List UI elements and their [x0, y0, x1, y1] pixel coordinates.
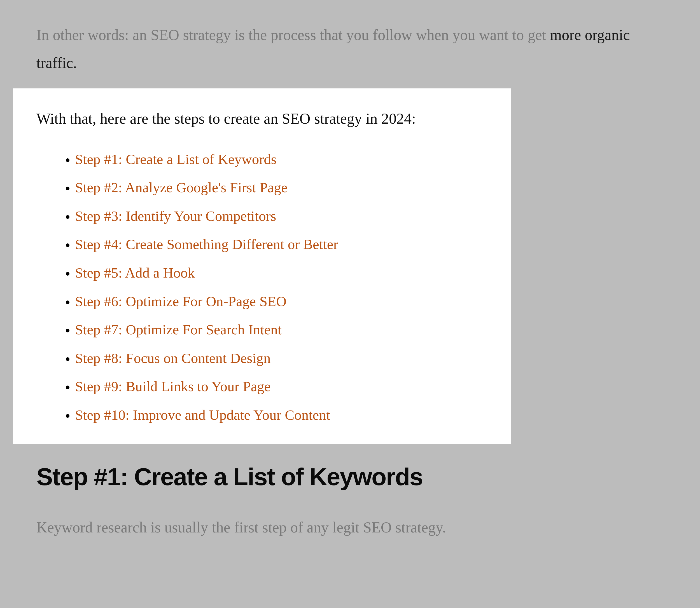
toc-item: Step #8: Focus on Content Design: [75, 351, 489, 366]
section-heading: Step #1: Create a List of Keywords: [36, 464, 664, 490]
toc-link-step-10[interactable]: Step #10: Improve and Update Your Conten…: [75, 407, 330, 423]
toc-block: With that, here are the steps to create …: [13, 89, 511, 444]
toc-item: Step #9: Build Links to Your Page: [75, 379, 489, 394]
toc-link-step-5[interactable]: Step #5: Add a Hook: [75, 265, 195, 281]
toc-item: Step #1: Create a List of Keywords: [75, 152, 489, 167]
toc-item: Step #3: Identify Your Competitors: [75, 209, 489, 224]
toc-list: Step #1: Create a List of Keywords Step …: [36, 152, 489, 422]
toc-item: Step #7: Optimize For Search Intent: [75, 322, 489, 338]
article-body: In other words: an SEO strategy is the p…: [0, 0, 700, 558]
toc-link-step-4[interactable]: Step #4: Create Something Different or B…: [75, 236, 338, 252]
toc-link-step-8[interactable]: Step #8: Focus on Content Design: [75, 350, 271, 366]
toc-link-step-1[interactable]: Step #1: Create a List of Keywords: [75, 151, 277, 167]
toc-item: Step #6: Optimize For On-Page SEO: [75, 294, 489, 309]
intro-text: In other words: an SEO strategy is the p…: [36, 26, 550, 43]
toc-item: Step #4: Create Something Different or B…: [75, 237, 489, 252]
toc-item: Step #2: Analyze Google's First Page: [75, 180, 489, 195]
section-paragraph: Keyword research is usually the first st…: [36, 514, 664, 541]
toc-link-step-9[interactable]: Step #9: Build Links to Your Page: [75, 379, 271, 394]
toc-link-step-6[interactable]: Step #6: Optimize For On-Page SEO: [75, 293, 287, 309]
toc-item: Step #10: Improve and Update Your Conten…: [75, 408, 489, 423]
toc-link-step-2[interactable]: Step #2: Analyze Google's First Page: [75, 179, 288, 195]
intro-paragraph: In other words: an SEO strategy is the p…: [36, 21, 664, 77]
toc-lead: With that, here are the steps to create …: [36, 108, 489, 130]
toc-link-step-7[interactable]: Step #7: Optimize For Search Intent: [75, 322, 282, 338]
toc-item: Step #5: Add a Hook: [75, 266, 489, 281]
toc-link-step-3[interactable]: Step #3: Identify Your Competitors: [75, 208, 276, 224]
